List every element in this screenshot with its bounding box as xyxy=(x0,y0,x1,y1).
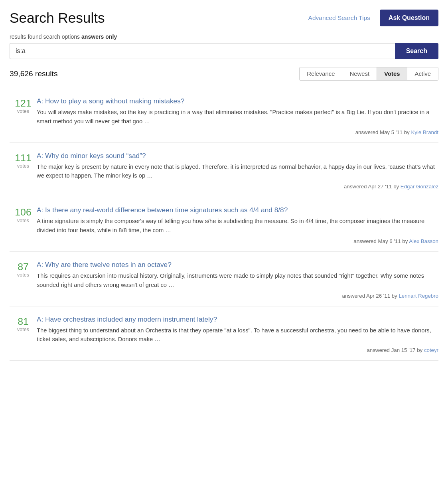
sort-tab-relevance[interactable]: Relevance xyxy=(300,67,342,80)
result-excerpt: The biggest thing to understand about an… xyxy=(37,326,438,344)
sort-tab-votes[interactable]: Votes xyxy=(377,67,407,80)
vote-label: votes xyxy=(10,109,37,114)
result-title[interactable]: A: Why are there twelve notes in an octa… xyxy=(37,261,438,269)
vote-block: 111 votes xyxy=(10,152,37,169)
result-item: 106 votes A: Is there any real-world dif… xyxy=(10,197,438,252)
vote-count: 106 xyxy=(10,207,37,217)
vote-label: votes xyxy=(10,218,37,223)
vote-count: 111 xyxy=(10,152,37,163)
results-count: 39,626 results xyxy=(10,69,58,78)
search-button[interactable]: Search xyxy=(395,43,438,59)
sort-tab-newest[interactable]: Newest xyxy=(342,67,377,80)
vote-label: votes xyxy=(10,272,37,278)
result-content: A: How to play a song without making mis… xyxy=(37,97,438,135)
vote-label: votes xyxy=(10,163,37,169)
result-content: A: Why do minor keys sound “sad”? The ma… xyxy=(37,152,438,190)
result-title[interactable]: A: Have orchestras included any modern i… xyxy=(37,315,438,324)
vote-count: 87 xyxy=(10,261,37,272)
result-author[interactable]: coteyr xyxy=(424,347,438,353)
vote-block: 106 votes xyxy=(10,206,37,223)
result-meta-text: answered Apr 27 '11 by xyxy=(344,184,399,190)
result-excerpt: You will always make mistakes, so the ke… xyxy=(37,108,438,126)
result-item: 111 votes A: Why do minor keys sound “sa… xyxy=(10,143,438,198)
result-meta-text: answered May 5 '11 by xyxy=(355,129,410,135)
vote-block: 87 votes xyxy=(10,261,37,278)
search-input[interactable] xyxy=(10,43,395,59)
result-content: A: Have orchestras included any modern i… xyxy=(37,315,438,354)
page-container: Search Results Advanced Search Tips Ask … xyxy=(0,0,448,377)
result-author[interactable]: Edgar Gonzalez xyxy=(401,184,438,190)
ask-question-button[interactable]: Ask Question xyxy=(380,10,438,26)
result-meta: answered Jan 15 '17 by coteyr xyxy=(37,347,438,353)
search-filter-label: answers only xyxy=(81,34,117,40)
vote-block: 121 votes xyxy=(10,97,37,114)
result-meta-text: answered Jan 15 '17 by xyxy=(367,347,422,353)
sort-tabs: Relevance Newest Votes Active xyxy=(299,67,438,81)
advanced-search-link[interactable]: Advanced Search Tips xyxy=(308,14,370,22)
result-excerpt: This requires an excursion into musical … xyxy=(37,271,438,290)
result-item: 87 votes A: Why are there twelve notes i… xyxy=(10,252,438,306)
vote-count: 81 xyxy=(10,316,37,327)
result-content: A: Why are there twelve notes in an octa… xyxy=(37,261,438,299)
result-meta-text: answered Apr 26 '11 by xyxy=(342,293,397,299)
result-title[interactable]: A: How to play a song without making mis… xyxy=(37,97,438,105)
result-meta: answered Apr 26 '11 by Lennart Regebro xyxy=(37,293,438,299)
result-meta-text: answered May 6 '11 by xyxy=(353,238,408,244)
page-title: Search Results xyxy=(10,10,105,26)
vote-count: 121 xyxy=(10,98,37,109)
page-header: Search Results Advanced Search Tips Ask … xyxy=(10,10,438,26)
result-author[interactable]: Alex Basson xyxy=(409,238,438,244)
search-meta-text: results found search options xyxy=(10,34,80,40)
result-meta: answered May 5 '11 by Kyle Brandt xyxy=(37,129,438,135)
sort-tab-active[interactable]: Active xyxy=(407,67,438,80)
result-meta: answered May 6 '11 by Alex Basson xyxy=(37,238,438,244)
vote-label: votes xyxy=(10,327,37,332)
result-excerpt: A time signature is simply the composer'… xyxy=(37,217,438,235)
results-bar: 39,626 results Relevance Newest Votes Ac… xyxy=(10,67,438,81)
result-title[interactable]: A: Why do minor keys sound “sad”? xyxy=(37,152,438,160)
vote-block: 81 votes xyxy=(10,315,37,332)
result-title[interactable]: A: Is there any real-world difference be… xyxy=(37,206,438,214)
search-meta: results found search options answers onl… xyxy=(10,34,438,40)
result-author[interactable]: Lennart Regebro xyxy=(399,293,438,299)
result-item: 121 votes A: How to play a song without … xyxy=(10,88,438,143)
results-list: 121 votes A: How to play a song without … xyxy=(10,88,438,361)
result-author[interactable]: Kyle Brandt xyxy=(411,129,438,135)
result-item: 81 votes A: Have orchestras included any… xyxy=(10,306,438,361)
result-meta: answered Apr 27 '11 by Edgar Gonzalez xyxy=(37,184,438,190)
search-bar: Search xyxy=(10,43,438,59)
header-actions: Advanced Search Tips Ask Question xyxy=(308,10,438,26)
result-excerpt: The major key is present by nature in ev… xyxy=(37,162,438,181)
result-content: A: Is there any real-world difference be… xyxy=(37,206,438,244)
